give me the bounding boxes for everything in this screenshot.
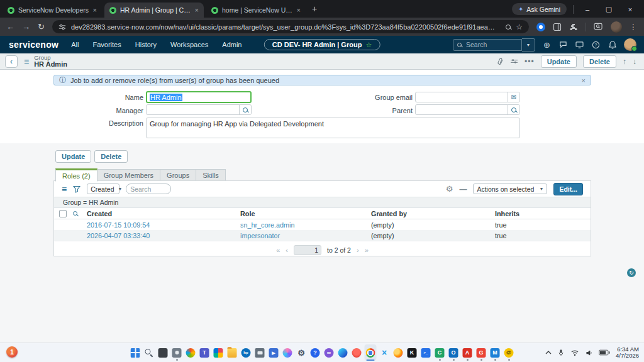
group-email-input[interactable]: ✉	[415, 92, 520, 102]
nav-favorites[interactable]: Favorites	[93, 41, 121, 48]
microphone-icon[interactable]	[557, 348, 565, 357]
column-created[interactable]: Created	[87, 210, 240, 217]
browser-tab-1[interactable]: ServiceNow Developers ×	[3, 3, 102, 18]
browser-tab-2-active[interactable]: HR Admin | Group | CD DEV ×	[104, 3, 204, 18]
more-options-icon[interactable]: •••	[525, 57, 535, 66]
taskbar-edge-icon[interactable]	[337, 344, 349, 361]
volume-icon[interactable]	[585, 349, 593, 357]
nav-workspaces[interactable]: Workspaces	[170, 41, 208, 48]
tab-close-icon[interactable]: ×	[195, 6, 199, 14]
manager-input[interactable]	[146, 104, 252, 115]
nav-history[interactable]: History	[135, 41, 157, 48]
address-bar[interactable]: dev282983.service-now.com/now/nav/ui/cla…	[52, 20, 529, 33]
banner-close-icon[interactable]: ×	[582, 77, 586, 84]
tab-group-members[interactable]: Group Members	[97, 169, 160, 182]
update-button[interactable]: Update	[541, 55, 577, 68]
row-role-link[interactable]: impersonator	[240, 232, 371, 239]
context-record-pill[interactable]: CD DEV- HR Admin | Group ☆	[264, 39, 380, 50]
tab-close-icon[interactable]: ×	[93, 6, 97, 14]
taskbar-opera-icon[interactable]	[351, 344, 363, 361]
taskbar-settings-icon[interactable]: ⚙	[296, 344, 308, 361]
taskbar-designer-icon[interactable]	[282, 344, 294, 361]
notifications-bell-icon[interactable]	[608, 40, 617, 50]
taskbar-k-app-icon[interactable]: K	[406, 344, 418, 361]
delete-button[interactable]: Delete	[583, 55, 616, 68]
bookmark-star-icon[interactable]: ☆	[516, 23, 523, 31]
first-page-icon[interactable]: «	[276, 246, 280, 254]
update-button-bottom[interactable]: Update	[55, 150, 91, 163]
column-role[interactable]: Role	[240, 210, 371, 217]
prev-page-icon[interactable]: ‹	[286, 246, 288, 254]
nav-admin[interactable]: Admin	[222, 41, 242, 48]
user-avatar[interactable]	[624, 38, 636, 51]
back-icon[interactable]: ←	[6, 22, 14, 31]
help-icon[interactable]: ?	[591, 40, 601, 50]
column-inherits[interactable]: Inherits	[495, 210, 591, 217]
taskbar-amber-app-icon[interactable]: @	[503, 344, 515, 361]
table-row[interactable]: 2026-04-07 03:33:40 impersonator (empty)…	[54, 230, 591, 241]
back-button[interactable]: ‹	[5, 55, 18, 68]
globe-icon[interactable]: ⊕	[542, 40, 552, 50]
taskbar-chrome-icon[interactable]	[365, 344, 377, 361]
row-created-link[interactable]: 2016-07-15 10:09:54	[87, 221, 240, 229]
taskbar-clipchamp-icon[interactable]: C	[434, 344, 446, 361]
favorite-star-icon[interactable]: ☆	[365, 41, 372, 49]
search-tabs-icon[interactable]	[594, 23, 603, 31]
pinned-extension-icon[interactable]	[536, 23, 545, 31]
column-search-icon[interactable]	[73, 211, 77, 216]
browser-profile-avatar[interactable]	[611, 21, 622, 33]
site-settings-icon[interactable]	[58, 23, 66, 31]
list-breadcrumb[interactable]: Group = HR Admin	[54, 197, 591, 208]
browser-menu-icon[interactable]: ⋮	[630, 23, 638, 31]
delete-button-bottom[interactable]: Delete	[94, 150, 128, 163]
filter-funnel-icon[interactable]	[73, 185, 80, 193]
taskbar-camera-icon[interactable]	[171, 344, 183, 361]
collapse-list-icon[interactable]: —	[459, 185, 467, 194]
taskbar-firefox-icon[interactable]	[392, 344, 404, 361]
tab-roles[interactable]: Roles (2)	[55, 168, 97, 182]
taskbar-media-player-icon[interactable]: ▶	[268, 344, 280, 361]
extensions-puzzle-icon[interactable]	[569, 23, 578, 31]
taskbar-file-manager-icon[interactable]	[157, 344, 169, 361]
row-role-link[interactable]: sn_hr_core.admin	[240, 221, 371, 229]
parent-lookup-icon[interactable]	[508, 105, 519, 114]
page-number-input[interactable]: 1	[294, 245, 321, 255]
taskbar-search-icon[interactable]	[143, 344, 155, 361]
description-textarea[interactable]: Group for managing HR App via Delegated …	[146, 118, 520, 138]
ask-gemini-button[interactable]: ✦ Ask Gemini	[512, 3, 567, 15]
next-record-icon[interactable]: ↓	[633, 57, 636, 66]
global-search-input[interactable]	[465, 40, 511, 49]
notification-badge[interactable]: 1	[6, 346, 18, 358]
tab-close-icon[interactable]: ×	[297, 6, 301, 14]
zoom-icon[interactable]	[506, 25, 511, 30]
new-tab-button[interactable]: +	[312, 4, 317, 14]
search-scope-dropdown[interactable]: ▼	[522, 38, 535, 52]
tab-skills[interactable]: Skills	[196, 169, 226, 182]
wifi-icon[interactable]	[570, 349, 579, 356]
forward-icon[interactable]: →	[22, 22, 30, 31]
list-menu-icon[interactable]: ≡	[62, 184, 67, 194]
taskbar-outlook-icon[interactable]: O	[448, 344, 460, 361]
tray-chevron-up-icon[interactable]	[545, 351, 552, 354]
refresh-icon[interactable]: ↻	[38, 22, 45, 31]
row-created-link[interactable]: 2026-04-07 03:33:40	[87, 232, 240, 239]
taskbar-file-explorer-icon[interactable]	[226, 344, 238, 361]
taskbar-get-help-icon[interactable]: ?	[309, 344, 321, 361]
taskbar-start-icon[interactable]	[130, 344, 142, 361]
taskbar-a-app-icon[interactable]: A	[462, 344, 474, 361]
table-row[interactable]: 2016-07-15 10:09:54 sn_hr_core.admin (em…	[54, 219, 591, 230]
screen-share-icon[interactable]	[575, 40, 584, 50]
search-field-select[interactable]: Created ▼	[87, 184, 119, 194]
list-search-input[interactable]	[126, 184, 171, 194]
name-input[interactable]: HR Admin	[146, 91, 252, 103]
taskbar-loop-icon[interactable]: ∞	[323, 344, 335, 361]
taskbar-teams-icon[interactable]: T	[199, 344, 211, 361]
response-time-indicator-icon[interactable]: ↻	[627, 268, 636, 277]
close-button[interactable]: ×	[623, 6, 638, 13]
taskbar-printer-icon[interactable]	[254, 344, 266, 361]
taskbar-copilot-icon[interactable]	[185, 344, 197, 361]
tray-clock[interactable]: 6:34 AM 4/7/2026	[616, 346, 639, 359]
email-icon[interactable]: ✉	[508, 92, 519, 102]
form-context-menu-icon[interactable]: ≡	[24, 57, 29, 67]
personalize-form-icon[interactable]	[510, 58, 518, 65]
